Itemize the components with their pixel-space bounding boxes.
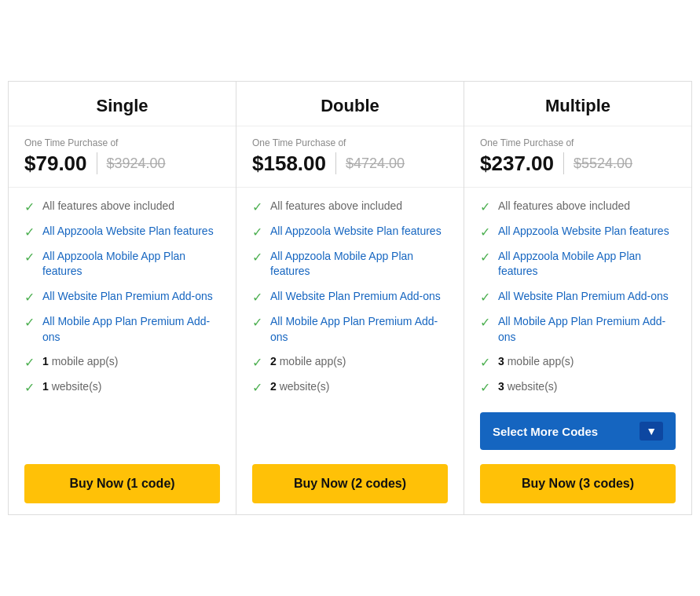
- card-title-single: Single: [16, 96, 228, 116]
- feature-text-multiple-4[interactable]: All Mobile App Plan Premium Add-ons: [498, 314, 676, 345]
- dropdown-arrow-icon: ▼: [640, 422, 663, 441]
- feature-text-multiple-5: 3 mobile app(s): [498, 354, 574, 370]
- select-more-button[interactable]: Select More Codes▼: [480, 412, 676, 450]
- feature-text-single-1[interactable]: All Appzoola Website Plan features: [42, 224, 214, 239]
- check-icon: ✓: [480, 355, 490, 370]
- feature-text-double-5: 2 mobile app(s): [270, 354, 346, 370]
- pricing-card-double: DoubleOne Time Purchase of$158.00$4724.0…: [236, 81, 464, 515]
- feature-item-single-4: ✓All Mobile App Plan Premium Add-ons: [24, 314, 220, 345]
- price-section-single: One Time Purchase of$79.00$3924.00: [9, 126, 236, 188]
- feature-item-double-0: ✓All features above included: [252, 199, 448, 214]
- price-divider-multiple: [563, 152, 564, 174]
- feature-item-multiple-0: ✓All features above included: [480, 199, 676, 214]
- price-current-multiple: $237.00: [480, 152, 554, 176]
- check-icon: ✓: [252, 199, 262, 214]
- feature-text-double-3[interactable]: All Website Plan Premium Add-ons: [270, 289, 441, 305]
- buy-button-double[interactable]: Buy Now (2 codes): [252, 464, 448, 503]
- feature-item-double-5: ✓2 mobile app(s): [252, 354, 448, 370]
- feature-item-double-6: ✓2 website(s): [252, 379, 448, 395]
- check-icon: ✓: [24, 250, 35, 265]
- placeholder-double: [236, 419, 464, 456]
- price-section-multiple: One Time Purchase of$237.00$5524.00: [464, 126, 691, 188]
- feature-text-double-2[interactable]: All Appzoola Mobile App Plan features: [270, 249, 448, 280]
- check-icon: ✓: [480, 250, 490, 265]
- pricing-card-multiple: MultipleOne Time Purchase of$237.00$5524…: [464, 81, 692, 515]
- buy-section-single: Buy Now (1 code): [9, 456, 236, 514]
- feature-text-single-2[interactable]: All Appzoola Mobile App Plan features: [42, 249, 220, 280]
- feature-text-multiple-0: All features above included: [498, 199, 630, 214]
- feature-item-single-5: ✓1 mobile app(s): [24, 354, 220, 370]
- check-icon: ✓: [252, 315, 262, 330]
- price-section-double: One Time Purchase of$158.00$4724.00: [236, 126, 464, 188]
- feature-item-single-0: ✓All features above included: [24, 199, 220, 214]
- price-row-double: $158.00$4724.00: [252, 152, 448, 176]
- pricing-table: SingleOne Time Purchase of$79.00$3924.00…: [0, 73, 700, 523]
- price-row-multiple: $237.00$5524.00: [480, 152, 676, 176]
- feature-item-multiple-5: ✓3 mobile app(s): [480, 354, 676, 370]
- price-original-single: $3924.00: [107, 155, 166, 172]
- feature-item-double-4: ✓All Mobile App Plan Premium Add-ons: [252, 314, 448, 345]
- feature-text-single-6: 1 website(s): [42, 379, 101, 395]
- feature-text-double-4[interactable]: All Mobile App Plan Premium Add-ons: [270, 314, 448, 345]
- feature-item-double-1: ✓All Appzoola Website Plan features: [252, 224, 448, 239]
- feature-text-multiple-1[interactable]: All Appzoola Website Plan features: [498, 224, 669, 239]
- check-icon: ✓: [24, 225, 35, 239]
- check-icon: ✓: [480, 290, 490, 305]
- price-label-multiple: One Time Purchase of: [480, 137, 676, 148]
- feature-item-double-2: ✓All Appzoola Mobile App Plan features: [252, 249, 448, 280]
- price-label-double: One Time Purchase of: [252, 137, 448, 148]
- buy-button-single[interactable]: Buy Now (1 code): [24, 464, 220, 503]
- price-divider-double: [335, 152, 336, 174]
- check-icon: ✓: [480, 380, 490, 395]
- buy-section-double: Buy Now (2 codes): [236, 456, 464, 514]
- buy-button-multiple[interactable]: Buy Now (3 codes): [480, 464, 676, 503]
- feature-text-double-6: 2 website(s): [270, 379, 329, 395]
- feature-text-double-0: All features above included: [270, 199, 402, 214]
- check-icon: ✓: [480, 199, 490, 214]
- feature-text-single-0: All features above included: [42, 199, 174, 214]
- feature-item-single-2: ✓All Appzoola Mobile App Plan features: [24, 249, 220, 280]
- feature-item-multiple-4: ✓All Mobile App Plan Premium Add-ons: [480, 314, 676, 345]
- check-icon: ✓: [24, 290, 35, 305]
- feature-text-single-4[interactable]: All Mobile App Plan Premium Add-ons: [42, 314, 220, 345]
- features-section-single: ✓All features above included✓All Appzool…: [9, 188, 236, 419]
- card-header-double: Double: [236, 82, 464, 126]
- card-header-multiple: Multiple: [464, 82, 691, 126]
- price-original-double: $4724.00: [346, 155, 405, 172]
- select-more-label: Select More Codes: [493, 425, 598, 438]
- price-current-single: $79.00: [24, 152, 87, 176]
- feature-item-double-3: ✓All Website Plan Premium Add-ons: [252, 289, 448, 305]
- placeholder-single: [9, 419, 236, 456]
- price-divider-single: [97, 152, 97, 174]
- price-current-double: $158.00: [252, 152, 326, 176]
- price-label-single: One Time Purchase of: [24, 137, 220, 148]
- feature-text-single-3[interactable]: All Website Plan Premium Add-ons: [42, 289, 213, 305]
- card-title-double: Double: [244, 96, 456, 116]
- features-section-multiple: ✓All features above included✓All Appzool…: [464, 188, 691, 406]
- check-icon: ✓: [252, 355, 262, 370]
- check-icon: ✓: [24, 380, 35, 395]
- check-icon: ✓: [252, 225, 262, 239]
- feature-text-single-5: 1 mobile app(s): [42, 354, 119, 370]
- check-icon: ✓: [480, 225, 490, 239]
- feature-text-multiple-3[interactable]: All Website Plan Premium Add-ons: [498, 289, 669, 305]
- check-icon: ✓: [24, 315, 35, 330]
- feature-item-multiple-1: ✓All Appzoola Website Plan features: [480, 224, 676, 239]
- feature-text-double-1[interactable]: All Appzoola Website Plan features: [270, 224, 442, 239]
- feature-item-single-6: ✓1 website(s): [24, 379, 220, 395]
- price-original-multiple: $5524.00: [574, 155, 632, 172]
- card-header-single: Single: [9, 82, 236, 126]
- feature-item-multiple-6: ✓3 website(s): [480, 379, 676, 395]
- feature-item-multiple-2: ✓All Appzoola Mobile App Plan features: [480, 249, 676, 280]
- check-icon: ✓: [480, 315, 490, 330]
- price-row-single: $79.00$3924.00: [24, 152, 220, 176]
- check-icon: ✓: [252, 380, 262, 395]
- pricing-card-single: SingleOne Time Purchase of$79.00$3924.00…: [8, 81, 236, 515]
- feature-text-multiple-6: 3 website(s): [498, 379, 557, 395]
- check-icon: ✓: [252, 290, 262, 305]
- check-icon: ✓: [252, 250, 262, 265]
- check-icon: ✓: [24, 199, 35, 214]
- feature-text-multiple-2[interactable]: All Appzoola Mobile App Plan features: [498, 249, 676, 280]
- buy-section-multiple: Buy Now (3 codes): [464, 456, 691, 514]
- feature-item-single-1: ✓All Appzoola Website Plan features: [24, 224, 220, 239]
